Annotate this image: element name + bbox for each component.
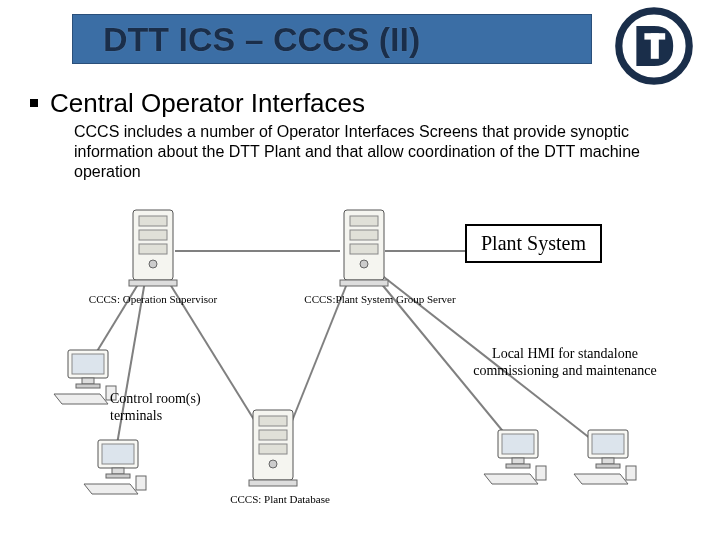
terminal-icon bbox=[480, 426, 550, 486]
section-heading: Central Operator Interfaces bbox=[30, 88, 365, 119]
svg-rect-40 bbox=[502, 434, 534, 454]
terminal-icon bbox=[570, 426, 640, 486]
svg-rect-2 bbox=[644, 33, 665, 39]
svg-rect-22 bbox=[340, 280, 388, 286]
server-plantdb-icon bbox=[245, 406, 305, 491]
svg-rect-46 bbox=[602, 458, 614, 464]
svg-rect-13 bbox=[139, 230, 167, 240]
dtt-logo-icon bbox=[614, 6, 694, 86]
server-group-icon bbox=[336, 206, 396, 291]
svg-rect-38 bbox=[136, 476, 146, 490]
svg-rect-36 bbox=[112, 468, 124, 474]
svg-rect-48 bbox=[626, 466, 636, 480]
label-plant-db: CCCS: Plant Database bbox=[220, 493, 340, 506]
svg-rect-43 bbox=[536, 466, 546, 480]
svg-rect-16 bbox=[129, 280, 177, 286]
svg-point-21 bbox=[360, 260, 368, 268]
svg-rect-37 bbox=[106, 474, 130, 478]
architecture-diagram: CCCS: Operation Supervisor CCCS:Plant Sy… bbox=[40, 196, 680, 526]
svg-rect-14 bbox=[139, 244, 167, 254]
label-group-server: CCCS:Plant System Group Server bbox=[290, 293, 470, 306]
svg-rect-25 bbox=[259, 430, 287, 440]
svg-rect-35 bbox=[102, 444, 134, 464]
svg-rect-45 bbox=[592, 434, 624, 454]
svg-rect-26 bbox=[259, 444, 287, 454]
label-terminals: Control room(s) terminals bbox=[110, 391, 220, 425]
svg-point-15 bbox=[149, 260, 157, 268]
svg-rect-18 bbox=[350, 216, 378, 226]
label-local-hmi: Local HMI for standalone commissioning a… bbox=[455, 346, 675, 380]
heading-text: Central Operator Interfaces bbox=[50, 88, 365, 118]
svg-rect-42 bbox=[506, 464, 530, 468]
server-supervisor-icon bbox=[125, 206, 185, 291]
body-paragraph: CCCS includes a number of Operator Inter… bbox=[74, 122, 664, 182]
svg-rect-20 bbox=[350, 244, 378, 254]
label-supervisor: CCCS: Operation Supervisor bbox=[78, 293, 228, 306]
plant-system-box: Plant System bbox=[465, 224, 602, 263]
slide-title: DTT ICS – CCCS (II) bbox=[103, 20, 420, 59]
svg-rect-32 bbox=[76, 384, 100, 388]
svg-rect-24 bbox=[259, 416, 287, 426]
svg-rect-47 bbox=[596, 464, 620, 468]
svg-rect-19 bbox=[350, 230, 378, 240]
title-bar: DTT ICS – CCCS (II) bbox=[72, 14, 592, 64]
svg-point-27 bbox=[269, 460, 277, 468]
svg-rect-41 bbox=[512, 458, 524, 464]
bullet-icon bbox=[30, 99, 38, 107]
svg-rect-31 bbox=[82, 378, 94, 384]
terminal-icon bbox=[80, 436, 150, 496]
svg-rect-12 bbox=[139, 216, 167, 226]
svg-rect-28 bbox=[249, 480, 297, 486]
svg-rect-30 bbox=[72, 354, 104, 374]
